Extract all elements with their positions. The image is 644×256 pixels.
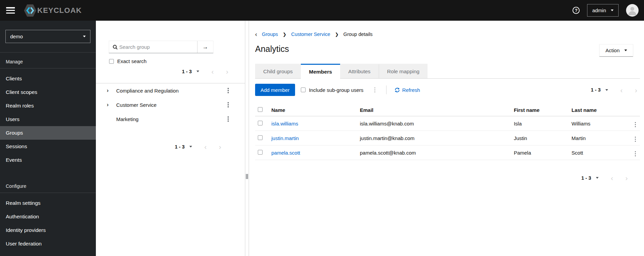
pagination-range: 1 - 3 — [581, 175, 591, 181]
members-table: Name Email First name Last name isla.wil… — [255, 104, 640, 160]
sidebar-item-groups[interactable]: Groups — [0, 126, 96, 140]
refresh-button[interactable]: Refresh — [395, 87, 420, 93]
breadcrumb: ‹ Groups ❯ Customer Service ❯ Group deta… — [255, 31, 640, 37]
chevron-down-icon — [624, 50, 627, 51]
pagination-prev-icon[interactable]: ‹ — [204, 143, 207, 150]
panel-resizer-handle[interactable] — [245, 21, 249, 256]
realm-selector[interactable]: demo — [5, 30, 90, 43]
table-row: justin.martin justin.martin@knab.com Jus… — [255, 131, 640, 145]
search-submit-button[interactable]: → — [197, 41, 213, 53]
member-last-name: Scott — [569, 145, 624, 160]
member-email: isla.williams@knab.com — [357, 116, 511, 131]
pagination-next-icon[interactable]: › — [219, 143, 221, 150]
sidebar-section-configure: Configure — [0, 177, 96, 193]
sidebar-item-events[interactable]: Events — [0, 153, 96, 167]
pagination-prev-icon[interactable]: ‹ — [211, 68, 214, 75]
search-group-input[interactable] — [119, 41, 197, 53]
avatar[interactable] — [626, 4, 639, 17]
expand-chevron-icon[interactable]: › — [107, 101, 116, 108]
sidebar-item-realm-roles[interactable]: Realm roles — [0, 99, 96, 113]
realm-selector-value: demo — [10, 34, 23, 39]
pagination-next-icon[interactable]: › — [625, 174, 628, 181]
row-checkbox[interactable] — [258, 121, 263, 125]
pagination-options-icon[interactable] — [596, 177, 599, 179]
tabs-border-filler — [428, 64, 640, 79]
member-username-link[interactable]: pamela.scott — [271, 150, 300, 156]
breadcrumb-current: Group details — [344, 32, 373, 37]
chevron-down-icon — [611, 9, 614, 11]
sidebar-item-user-federation[interactable]: User federation — [0, 237, 96, 251]
kebab-menu-icon[interactable] — [226, 101, 230, 109]
user-menu-dropdown[interactable]: admin — [587, 4, 619, 17]
pagination-prev-icon[interactable]: ‹ — [611, 174, 613, 181]
divider — [386, 85, 387, 94]
member-first-name: Pamela — [511, 145, 569, 160]
pagination-options-icon[interactable] — [605, 89, 608, 91]
table-header-row: Name Email First name Last name — [255, 104, 640, 116]
toolbar-kebab-menu-icon[interactable] — [373, 86, 377, 94]
pagination-next-icon[interactable]: › — [635, 86, 637, 94]
tree-item[interactable]: Marketing — [96, 112, 245, 126]
pagination-options-icon[interactable] — [189, 146, 192, 147]
row-kebab-menu-icon[interactable] — [633, 135, 638, 143]
breadcrumb-link-customer-service[interactable]: Customer Service — [291, 32, 330, 37]
select-all-checkbox[interactable] — [258, 107, 263, 112]
top-bar: KEYCLOAK ? admin — [0, 0, 644, 21]
member-first-name: Justin — [511, 131, 569, 145]
pagination-options-icon[interactable] — [196, 71, 199, 72]
group-tabs: Child groups Members Attributes Role map… — [255, 64, 640, 79]
row-checkbox[interactable] — [258, 150, 263, 155]
exact-search-label: Exact search — [117, 58, 147, 64]
breadcrumb-link-groups[interactable]: Groups — [262, 32, 278, 37]
pagination-next-icon[interactable]: › — [226, 68, 228, 75]
row-kebab-menu-icon[interactable] — [633, 121, 638, 129]
row-kebab-menu-icon[interactable] — [633, 150, 638, 158]
brand-text: KEYCLOAK — [37, 6, 82, 15]
group-details-main: ‹ Groups ❯ Customer Service ❯ Group deta… — [249, 21, 644, 256]
member-last-name: Williams — [569, 116, 624, 131]
tab-attributes[interactable]: Attributes — [340, 64, 378, 79]
tab-child-groups[interactable]: Child groups — [255, 64, 301, 79]
kebab-menu-icon[interactable] — [226, 115, 230, 123]
search-icon — [109, 41, 119, 53]
member-last-name: Martin — [569, 131, 624, 145]
sidebar-item-identity-providers[interactable]: Identity providers — [0, 223, 96, 237]
pagination-range: 1 - 3 — [591, 87, 601, 93]
tree-item-label[interactable]: Compliance and Regulation — [116, 88, 226, 94]
tree-item-label[interactable]: Marketing — [116, 116, 226, 122]
tree-item[interactable]: › Customer Service — [96, 98, 245, 112]
tab-members[interactable]: Members — [301, 64, 340, 79]
sidebar-item-users[interactable]: Users — [0, 113, 96, 126]
pagination-range: 1 - 3 — [182, 69, 192, 74]
sidebar-section-manage: Manage — [0, 53, 96, 68]
pagination-prev-icon[interactable]: ‹ — [620, 86, 623, 94]
breadcrumb-back-icon[interactable]: ‹ — [255, 31, 257, 37]
action-dropdown-button[interactable]: Action — [599, 44, 633, 57]
sidebar-item-authentication[interactable]: Authentication — [0, 210, 96, 223]
sidebar-item-client-scopes[interactable]: Client scopes — [0, 85, 96, 99]
help-icon[interactable]: ? — [573, 7, 580, 14]
tab-role-mapping[interactable]: Role mapping — [379, 64, 428, 79]
refresh-icon — [395, 87, 400, 93]
group-search: → — [109, 41, 213, 53]
hamburger-menu-icon[interactable] — [6, 7, 15, 14]
tree-item-label[interactable]: Customer Service — [116, 102, 226, 108]
member-username-link[interactable]: justin.martin — [271, 135, 299, 141]
include-subgroup-label: Include sub-group users — [309, 87, 363, 93]
sidebar-item-clients[interactable]: Clients — [0, 72, 96, 85]
refresh-label: Refresh — [402, 87, 420, 93]
kebab-menu-icon[interactable] — [226, 86, 230, 95]
include-subgroup-checkbox[interactable] — [301, 87, 306, 92]
row-checkbox[interactable] — [258, 135, 263, 140]
add-member-button[interactable]: Add member — [255, 84, 295, 96]
exact-search-checkbox[interactable] — [109, 59, 114, 64]
tree-item[interactable]: › Compliance and Regulation — [96, 83, 245, 98]
sidebar-item-sessions[interactable]: Sessions — [0, 140, 96, 153]
sidebar-item-realm-settings[interactable]: Realm settings — [0, 196, 96, 210]
tree-pagination-top: 1 - 3 ‹ › — [96, 68, 245, 75]
group-tree: › Compliance and Regulation › Customer S… — [96, 83, 245, 126]
user-menu-label: admin — [592, 7, 606, 13]
expand-chevron-icon[interactable]: › — [107, 87, 116, 94]
keycloak-logo[interactable]: KEYCLOAK — [24, 4, 82, 17]
member-username-link[interactable]: isla.williams — [271, 121, 298, 126]
